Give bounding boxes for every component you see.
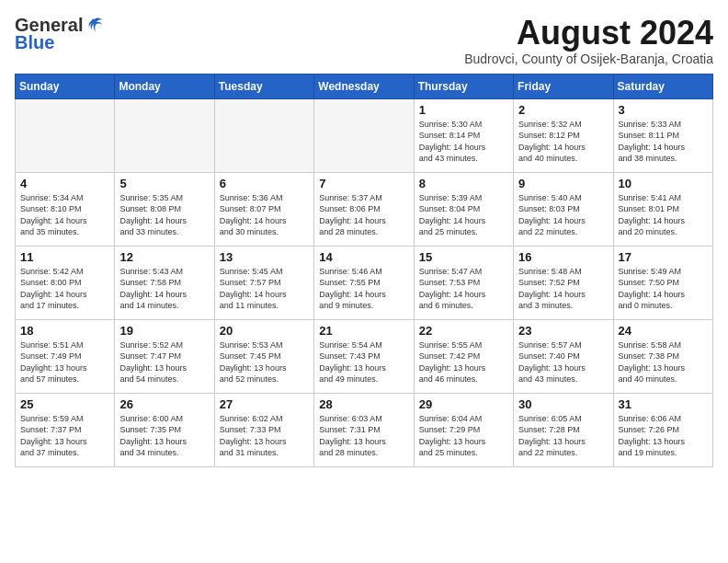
day-info: Sunrise: 5:55 AM Sunset: 7:42 PM Dayligh… bbox=[419, 339, 508, 385]
calendar-cell: 28Sunrise: 6:03 AM Sunset: 7:31 PM Dayli… bbox=[314, 393, 414, 466]
day-number: 30 bbox=[518, 397, 608, 411]
calendar-cell: 21Sunrise: 5:54 AM Sunset: 7:43 PM Dayli… bbox=[314, 319, 414, 393]
day-number: 20 bbox=[220, 324, 309, 338]
day-info: Sunrise: 5:58 AM Sunset: 7:38 PM Dayligh… bbox=[619, 339, 708, 385]
day-number: 29 bbox=[419, 397, 508, 411]
calendar-cell: 12Sunrise: 5:43 AM Sunset: 7:58 PM Dayli… bbox=[115, 246, 214, 319]
logo: General Blue bbox=[15, 15, 105, 53]
header-day-sunday: Sunday bbox=[16, 74, 115, 98]
day-number: 1 bbox=[419, 103, 508, 117]
calendar-cell bbox=[115, 98, 214, 172]
logo-blue-text: Blue bbox=[15, 32, 54, 53]
calendar-cell: 8Sunrise: 5:39 AM Sunset: 8:04 PM Daylig… bbox=[414, 172, 513, 246]
calendar-week-row: 11Sunrise: 5:42 AM Sunset: 8:00 PM Dayli… bbox=[16, 246, 713, 319]
calendar-cell: 25Sunrise: 5:59 AM Sunset: 7:37 PM Dayli… bbox=[16, 393, 115, 466]
day-number: 10 bbox=[619, 177, 708, 190]
calendar-cell: 17Sunrise: 5:49 AM Sunset: 7:50 PM Dayli… bbox=[613, 246, 712, 319]
day-number: 2 bbox=[518, 103, 608, 117]
calendar-week-row: 1Sunrise: 5:30 AM Sunset: 8:14 PM Daylig… bbox=[16, 98, 713, 172]
day-info: Sunrise: 6:05 AM Sunset: 7:28 PM Dayligh… bbox=[518, 413, 608, 459]
day-number: 27 bbox=[220, 397, 309, 411]
location-subtitle: Budrovci, County of Osijek-Baranja, Croa… bbox=[464, 52, 713, 66]
day-info: Sunrise: 5:40 AM Sunset: 8:03 PM Dayligh… bbox=[518, 192, 608, 238]
day-number: 28 bbox=[319, 397, 408, 411]
day-info: Sunrise: 5:51 AM Sunset: 7:49 PM Dayligh… bbox=[20, 339, 109, 385]
day-number: 5 bbox=[119, 177, 209, 190]
calendar-cell bbox=[214, 98, 313, 172]
header-day-thursday: Thursday bbox=[414, 74, 513, 98]
calendar-cell: 27Sunrise: 6:02 AM Sunset: 7:33 PM Dayli… bbox=[214, 393, 313, 466]
day-info: Sunrise: 5:45 AM Sunset: 7:57 PM Dayligh… bbox=[220, 266, 309, 312]
day-info: Sunrise: 6:03 AM Sunset: 7:31 PM Dayligh… bbox=[319, 413, 408, 459]
day-info: Sunrise: 5:36 AM Sunset: 8:07 PM Dayligh… bbox=[220, 192, 309, 238]
calendar-cell: 14Sunrise: 5:46 AM Sunset: 7:55 PM Dayli… bbox=[314, 246, 414, 319]
month-title: August 2024 bbox=[464, 15, 713, 52]
calendar-table: SundayMondayTuesdayWednesdayThursdayFrid… bbox=[15, 74, 713, 467]
calendar-cell: 16Sunrise: 5:48 AM Sunset: 7:52 PM Dayli… bbox=[514, 246, 613, 319]
day-number: 22 bbox=[419, 324, 508, 338]
calendar-header-row: SundayMondayTuesdayWednesdayThursdayFrid… bbox=[16, 74, 713, 98]
day-number: 21 bbox=[319, 324, 408, 338]
day-info: Sunrise: 5:49 AM Sunset: 7:50 PM Dayligh… bbox=[619, 266, 708, 312]
day-number: 3 bbox=[619, 103, 708, 117]
calendar-cell: 26Sunrise: 6:00 AM Sunset: 7:35 PM Dayli… bbox=[115, 393, 214, 466]
day-info: Sunrise: 5:59 AM Sunset: 7:37 PM Dayligh… bbox=[20, 413, 109, 459]
day-number: 6 bbox=[220, 177, 309, 190]
day-number: 15 bbox=[419, 250, 508, 264]
day-info: Sunrise: 5:57 AM Sunset: 7:40 PM Dayligh… bbox=[518, 339, 608, 385]
logo-bird-icon bbox=[85, 16, 105, 36]
day-info: Sunrise: 6:00 AM Sunset: 7:35 PM Dayligh… bbox=[119, 413, 209, 459]
day-info: Sunrise: 5:30 AM Sunset: 8:14 PM Dayligh… bbox=[419, 119, 508, 165]
day-number: 11 bbox=[20, 250, 109, 264]
day-info: Sunrise: 5:33 AM Sunset: 8:11 PM Dayligh… bbox=[619, 119, 708, 165]
day-info: Sunrise: 5:48 AM Sunset: 7:52 PM Dayligh… bbox=[518, 266, 608, 312]
day-number: 16 bbox=[518, 250, 608, 264]
calendar-cell: 1Sunrise: 5:30 AM Sunset: 8:14 PM Daylig… bbox=[414, 98, 513, 172]
day-number: 25 bbox=[20, 397, 109, 411]
calendar-cell: 30Sunrise: 6:05 AM Sunset: 7:28 PM Dayli… bbox=[514, 393, 613, 466]
day-info: Sunrise: 5:53 AM Sunset: 7:45 PM Dayligh… bbox=[220, 339, 309, 385]
day-info: Sunrise: 5:32 AM Sunset: 8:12 PM Dayligh… bbox=[518, 119, 608, 165]
day-number: 4 bbox=[20, 177, 109, 190]
calendar-cell: 13Sunrise: 5:45 AM Sunset: 7:57 PM Dayli… bbox=[214, 246, 313, 319]
calendar-week-row: 18Sunrise: 5:51 AM Sunset: 7:49 PM Dayli… bbox=[16, 319, 713, 393]
day-info: Sunrise: 5:35 AM Sunset: 8:08 PM Dayligh… bbox=[119, 192, 209, 238]
day-number: 13 bbox=[220, 250, 309, 264]
calendar-cell: 2Sunrise: 5:32 AM Sunset: 8:12 PM Daylig… bbox=[514, 98, 613, 172]
day-number: 24 bbox=[619, 324, 708, 338]
day-info: Sunrise: 5:46 AM Sunset: 7:55 PM Dayligh… bbox=[319, 266, 408, 312]
calendar-cell bbox=[16, 98, 115, 172]
day-info: Sunrise: 5:41 AM Sunset: 8:01 PM Dayligh… bbox=[619, 192, 708, 238]
calendar-cell: 4Sunrise: 5:34 AM Sunset: 8:10 PM Daylig… bbox=[16, 172, 115, 246]
calendar-week-row: 4Sunrise: 5:34 AM Sunset: 8:10 PM Daylig… bbox=[16, 172, 713, 246]
calendar-cell: 3Sunrise: 5:33 AM Sunset: 8:11 PM Daylig… bbox=[613, 98, 712, 172]
header-day-friday: Friday bbox=[514, 74, 613, 98]
day-number: 31 bbox=[619, 397, 708, 411]
header-day-monday: Monday bbox=[115, 74, 214, 98]
day-number: 8 bbox=[419, 177, 508, 190]
header-day-saturday: Saturday bbox=[613, 74, 712, 98]
calendar-week-row: 25Sunrise: 5:59 AM Sunset: 7:37 PM Dayli… bbox=[16, 393, 713, 466]
calendar-cell bbox=[314, 98, 414, 172]
calendar-cell: 9Sunrise: 5:40 AM Sunset: 8:03 PM Daylig… bbox=[514, 172, 613, 246]
day-number: 19 bbox=[119, 324, 209, 338]
page-header: General Blue August 2024 Budrovci, Count… bbox=[15, 15, 713, 66]
day-number: 23 bbox=[518, 324, 608, 338]
day-number: 9 bbox=[518, 177, 608, 190]
day-info: Sunrise: 6:02 AM Sunset: 7:33 PM Dayligh… bbox=[220, 413, 309, 459]
day-info: Sunrise: 6:06 AM Sunset: 7:26 PM Dayligh… bbox=[619, 413, 708, 459]
calendar-cell: 19Sunrise: 5:52 AM Sunset: 7:47 PM Dayli… bbox=[115, 319, 214, 393]
day-info: Sunrise: 5:37 AM Sunset: 8:06 PM Dayligh… bbox=[319, 192, 408, 238]
calendar-cell: 22Sunrise: 5:55 AM Sunset: 7:42 PM Dayli… bbox=[414, 319, 513, 393]
calendar-cell: 18Sunrise: 5:51 AM Sunset: 7:49 PM Dayli… bbox=[16, 319, 115, 393]
calendar-cell: 10Sunrise: 5:41 AM Sunset: 8:01 PM Dayli… bbox=[613, 172, 712, 246]
day-info: Sunrise: 6:04 AM Sunset: 7:29 PM Dayligh… bbox=[419, 413, 508, 459]
calendar-cell: 20Sunrise: 5:53 AM Sunset: 7:45 PM Dayli… bbox=[214, 319, 313, 393]
day-number: 26 bbox=[119, 397, 209, 411]
day-number: 14 bbox=[319, 250, 408, 264]
day-info: Sunrise: 5:43 AM Sunset: 7:58 PM Dayligh… bbox=[119, 266, 209, 312]
day-info: Sunrise: 5:52 AM Sunset: 7:47 PM Dayligh… bbox=[119, 339, 209, 385]
day-number: 7 bbox=[319, 177, 408, 190]
calendar-cell: 6Sunrise: 5:36 AM Sunset: 8:07 PM Daylig… bbox=[214, 172, 313, 246]
calendar-cell: 24Sunrise: 5:58 AM Sunset: 7:38 PM Dayli… bbox=[613, 319, 712, 393]
